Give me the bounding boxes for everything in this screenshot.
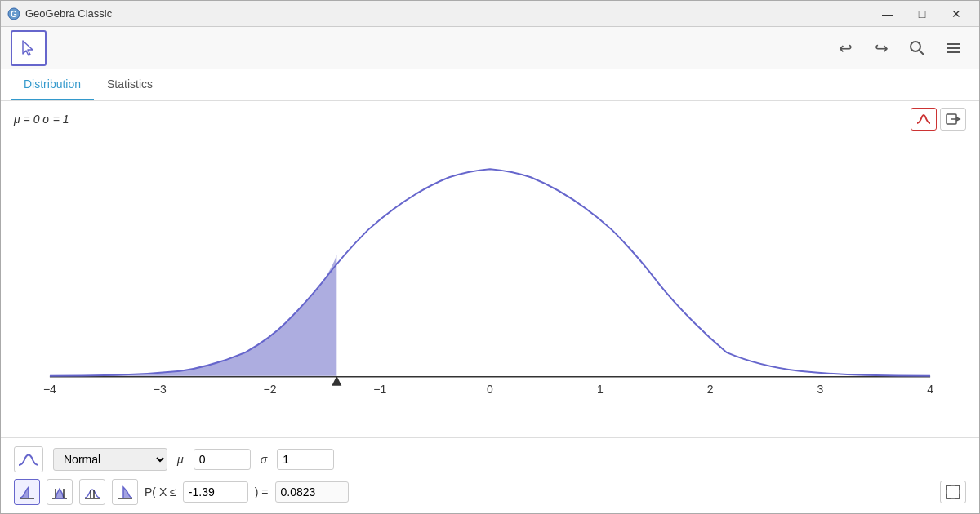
svg-line-4 bbox=[920, 50, 924, 55]
redo-button[interactable]: ↪ bbox=[865, 32, 898, 64]
formula-text: μ = 0 σ = 1 bbox=[14, 113, 69, 126]
app-icon: G bbox=[7, 7, 20, 20]
svg-marker-2 bbox=[23, 41, 33, 55]
svg-text:−1: −1 bbox=[373, 383, 386, 396]
formula-icons bbox=[911, 108, 966, 131]
formula-bar: μ = 0 σ = 1 bbox=[1, 101, 979, 137]
toolbar: ↩ ↪ bbox=[1, 27, 979, 69]
mu-label: μ bbox=[177, 453, 184, 466]
cursor-tool-button[interactable] bbox=[11, 30, 47, 66]
svg-text:4: 4 bbox=[927, 383, 933, 396]
tab-distribution[interactable]: Distribution bbox=[11, 69, 94, 100]
svg-text:1: 1 bbox=[597, 383, 604, 396]
cursor-icon bbox=[20, 39, 38, 57]
export-button[interactable] bbox=[940, 108, 966, 131]
hamburger-icon bbox=[944, 39, 962, 57]
bottom-controls: Normal Uniform Binomial Poisson μ σ bbox=[1, 437, 979, 513]
svg-text:2: 2 bbox=[707, 383, 714, 396]
curve-icon-button[interactable] bbox=[14, 446, 43, 472]
svg-rect-29 bbox=[947, 485, 960, 498]
prob-center-button[interactable] bbox=[79, 479, 105, 505]
prob-interval-button[interactable] bbox=[47, 479, 73, 505]
svg-text:−4: −4 bbox=[43, 383, 56, 396]
app-title: GeoGebra Classic bbox=[25, 7, 112, 20]
distribution-chart: −4 −3 −2 −1 0 1 2 3 4 bbox=[17, 137, 963, 437]
prob-left-tail-button[interactable] bbox=[14, 479, 40, 505]
svg-text:−2: −2 bbox=[263, 383, 276, 396]
prob-right-tail-button[interactable] bbox=[112, 479, 138, 505]
svg-text:0: 0 bbox=[487, 383, 493, 396]
toolbar-left bbox=[11, 30, 47, 66]
search-button[interactable] bbox=[901, 32, 933, 64]
mu-input[interactable] bbox=[194, 449, 251, 470]
distribution-select[interactable]: Normal Uniform Binomial Poisson bbox=[53, 448, 167, 471]
menu-button[interactable] bbox=[937, 32, 969, 64]
main-content: μ = 0 σ = 1 bbox=[1, 101, 979, 513]
minimize-button[interactable]: — bbox=[871, 2, 904, 25]
distribution-row: Normal Uniform Binomial Poisson μ σ bbox=[14, 446, 966, 472]
window-controls: — □ ✕ bbox=[871, 2, 973, 25]
main-window: G GeoGebra Classic — □ ✕ ↩ ↪ bbox=[0, 0, 980, 514]
chart-area: −4 −3 −2 −1 0 1 2 3 4 bbox=[1, 137, 979, 437]
svg-text:3: 3 bbox=[817, 383, 823, 396]
title-bar: G GeoGebra Classic — □ ✕ bbox=[1, 1, 979, 27]
left-tail-icon bbox=[18, 484, 36, 500]
expand-icon bbox=[946, 485, 960, 499]
close-button[interactable]: ✕ bbox=[940, 2, 973, 25]
sigma-input[interactable] bbox=[277, 449, 334, 470]
probability-row: P( X ≤ ) = bbox=[14, 479, 966, 505]
title-bar-left: G GeoGebra Classic bbox=[7, 7, 112, 20]
small-curve-icon bbox=[17, 450, 40, 468]
undo-button[interactable]: ↩ bbox=[829, 32, 862, 64]
expand-button[interactable] bbox=[940, 481, 966, 503]
prob-equals: ) = bbox=[255, 485, 269, 498]
svg-text:G: G bbox=[11, 10, 17, 19]
distribution-curve-button[interactable] bbox=[911, 108, 937, 131]
svg-text:−3: −3 bbox=[154, 383, 167, 396]
right-tail-icon bbox=[116, 484, 134, 500]
prob-input[interactable] bbox=[183, 481, 248, 503]
svg-marker-20 bbox=[332, 376, 341, 386]
tab-statistics[interactable]: Statistics bbox=[94, 69, 166, 100]
svg-point-3 bbox=[911, 42, 920, 51]
center-icon bbox=[83, 484, 101, 500]
tab-bar: Distribution Statistics bbox=[1, 69, 979, 101]
toolbar-right: ↩ ↪ bbox=[829, 32, 969, 64]
export-icon bbox=[945, 113, 961, 126]
search-icon bbox=[908, 39, 926, 57]
bell-curve-icon bbox=[915, 113, 932, 126]
sigma-label: σ bbox=[261, 453, 267, 466]
prob-label: P( X ≤ bbox=[145, 485, 176, 498]
prob-result bbox=[275, 481, 349, 503]
maximize-button[interactable]: □ bbox=[906, 2, 938, 25]
interval-icon bbox=[51, 484, 69, 500]
